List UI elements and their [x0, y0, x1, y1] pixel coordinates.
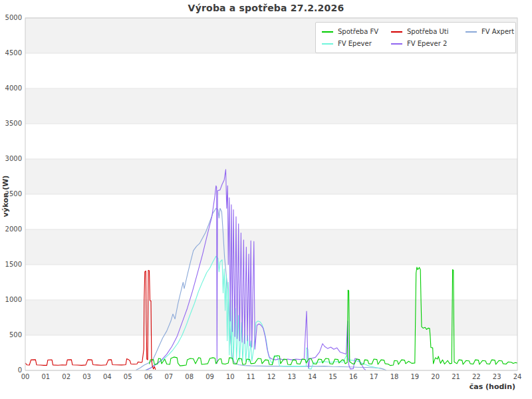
x-tick-label: 24 — [507, 373, 527, 381]
x-tick-label: 23 — [487, 373, 507, 381]
x-tick-label: 02 — [57, 373, 76, 381]
legend-item-spot-eba-fv: Spotřeba FV — [322, 27, 391, 36]
legend-color-dash — [322, 31, 333, 33]
legend-item-spot-eba-uti: Spotřeba Uti — [391, 27, 466, 36]
y-tick-label: 3500 — [0, 120, 22, 128]
legend-label: FV Epever — [338, 40, 372, 47]
y-tick-label: 5000 — [0, 14, 22, 22]
x-tick-label: 08 — [180, 373, 200, 381]
x-tick-label: 09 — [200, 373, 220, 381]
x-tick-label: 13 — [282, 373, 302, 381]
legend-color-dash — [391, 31, 402, 33]
legend-item-fv-epever-2: FV Epever 2 — [391, 39, 466, 48]
series-line-fv-epever-2 — [146, 170, 366, 370]
x-axis-label: čas (hodin) — [469, 382, 515, 391]
x-tick-label: 17 — [364, 373, 384, 381]
x-tick-label: 18 — [384, 373, 404, 381]
x-tick-label: 05 — [118, 373, 138, 381]
x-tick-label: 14 — [303, 373, 323, 381]
chart-plot-area — [0, 0, 532, 399]
legend-item-fv-epever: FV Epever — [322, 39, 391, 48]
legend-label: FV Epever 2 — [407, 40, 447, 47]
y-tick-label: 1500 — [0, 261, 22, 269]
y-tick-label: 4000 — [0, 84, 22, 92]
x-tick-label: 20 — [426, 373, 446, 381]
x-tick-label: 04 — [97, 373, 117, 381]
legend-item-fv-axpert: FV Axpert — [466, 27, 519, 36]
x-tick-label: 01 — [36, 373, 56, 381]
x-tick-label: 22 — [466, 373, 486, 381]
x-tick-label: 15 — [323, 373, 343, 381]
x-tick-label: 12 — [261, 373, 281, 381]
legend-color-dash — [322, 43, 333, 45]
background-band — [25, 229, 517, 265]
x-tick-label: 21 — [446, 373, 466, 381]
legend-label: Spotřeba FV — [338, 28, 378, 35]
background-band — [25, 159, 517, 194]
legend: Spotřeba FVSpotřeba UtiFV AxpertFV Epeve… — [315, 22, 516, 53]
y-tick-label: 4500 — [0, 49, 22, 57]
x-tick-label: 19 — [405, 373, 425, 381]
legend-label: FV Axpert — [481, 28, 514, 35]
background-band — [25, 300, 517, 335]
x-tick-label: 06 — [138, 373, 158, 381]
x-tick-label: 10 — [220, 373, 240, 381]
x-tick-label: 03 — [77, 373, 97, 381]
background-band — [25, 88, 517, 124]
y-tick-label: 500 — [0, 331, 22, 339]
chart-figure: Výroba a spotřeba 27.2.2026 050010001500… — [0, 0, 532, 399]
x-tick-label: 00 — [15, 373, 35, 381]
x-tick-label: 11 — [241, 373, 261, 381]
legend-color-dash — [391, 43, 402, 45]
legend-label: Spotřeba Uti — [407, 28, 448, 35]
legend-color-dash — [466, 31, 477, 33]
y-axis-label: výkon (W) — [1, 156, 12, 236]
y-tick-label: 1000 — [0, 296, 22, 304]
x-tick-label: 16 — [343, 373, 363, 381]
x-tick-label: 07 — [159, 373, 179, 381]
